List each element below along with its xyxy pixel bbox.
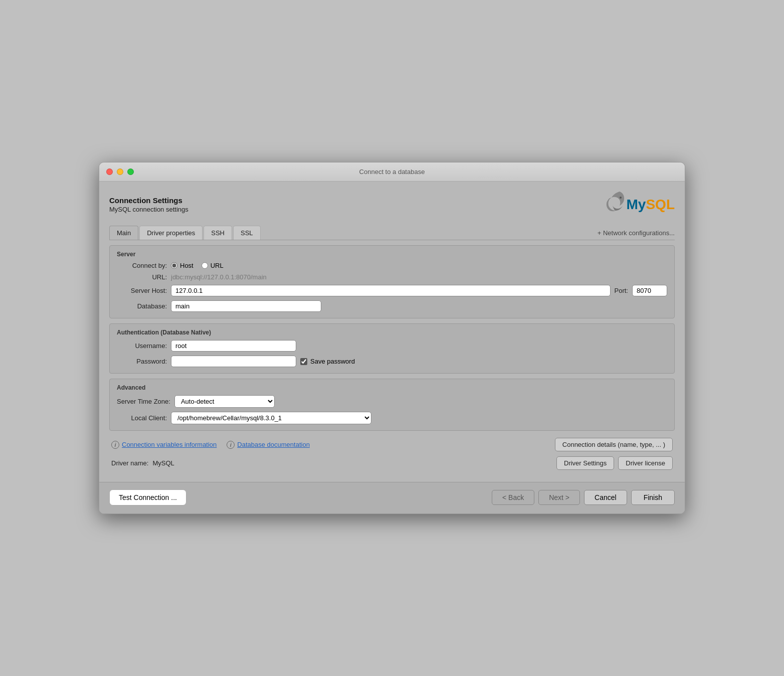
database-input[interactable] (171, 300, 321, 312)
driver-buttons: Driver Settings Driver license (556, 456, 673, 470)
maximize-button[interactable] (127, 168, 134, 175)
password-label: Password: (117, 358, 167, 365)
password-input[interactable] (171, 356, 296, 367)
port-label: Port: (615, 287, 628, 294)
tab-driver-properties[interactable]: Driver properties (139, 226, 203, 240)
server-section-title: Server (117, 251, 667, 258)
window-controls (106, 168, 134, 175)
url-radio-label: URL (211, 262, 224, 269)
header-left: Connection Settings MySQL connection set… (109, 196, 188, 213)
footer-links: i Connection variables information i Dat… (109, 438, 675, 451)
local-client-label: Local Client: (117, 414, 167, 422)
connect-by-label: Connect by: (117, 262, 167, 269)
window-content: Connection Settings MySQL connection set… (99, 182, 685, 482)
timezone-row: Server Time Zone: Auto-detect UTC US/Eas… (117, 395, 667, 408)
main-panel: Server Connect by: Host URL (109, 240, 675, 482)
svg-point-0 (620, 197, 622, 199)
url-value: jdbc:mysql://127.0.0.1:8070/main (171, 273, 267, 281)
local-client-select[interactable]: /opt/homebrew/Cellar/mysql/8.3.0_1 (171, 412, 371, 424)
username-row: Username: (117, 340, 667, 352)
local-client-row: Local Client: /opt/homebrew/Cellar/mysql… (117, 412, 667, 424)
network-configurations-link[interactable]: + Network configurations... (598, 229, 675, 240)
minimize-button[interactable] (117, 168, 123, 175)
test-connection-button[interactable]: Test Connection ... (109, 489, 186, 505)
auth-section: Authentication (Database Native) Usernam… (109, 323, 675, 374)
auth-section-title: Authentication (Database Native) (117, 329, 667, 336)
port-input[interactable] (632, 285, 667, 296)
username-input[interactable] (171, 340, 296, 352)
connect-by-radio-group: Host URL (171, 262, 224, 269)
back-button[interactable]: < Back (492, 490, 534, 505)
driver-settings-button[interactable]: Driver Settings (556, 456, 614, 470)
host-radio[interactable] (171, 262, 177, 269)
cancel-button[interactable]: Cancel (584, 490, 627, 505)
connection-vars-info-icon: i (111, 441, 119, 449)
main-window: Connect to a database Connection Setting… (99, 162, 685, 514)
driver-row: Driver name: MySQL Driver Settings Drive… (109, 456, 675, 470)
mysql-blue-text: My (627, 197, 646, 212)
database-label: Database: (117, 302, 167, 310)
finish-button[interactable]: Finish (631, 490, 675, 505)
db-docs-link[interactable]: Database documentation (237, 441, 310, 448)
tab-ssh[interactable]: SSH (204, 226, 232, 240)
driver-name-label: Driver name: (111, 459, 148, 467)
mysql-logo: MySQL (602, 190, 675, 220)
timezone-select[interactable]: Auto-detect UTC US/Eastern US/Pacific (174, 395, 275, 408)
advanced-section: Advanced Server Time Zone: Auto-detect U… (109, 379, 675, 431)
tabs-left: Main Driver properties SSH SSL (109, 226, 261, 240)
host-radio-option[interactable]: Host (171, 262, 193, 269)
driver-name-section: Driver name: MySQL (111, 459, 174, 467)
connection-settings-subtitle: MySQL connection settings (109, 206, 188, 213)
server-host-label: Server Host: (117, 287, 167, 294)
mysql-orange-text: SQL (646, 197, 675, 212)
connection-details-button[interactable]: Connection details (name, type, ... ) (555, 438, 673, 451)
db-docs-link-item: i Database documentation (227, 441, 310, 449)
url-radio-option[interactable]: URL (202, 262, 224, 269)
mysql-logo-text: MySQL (627, 197, 675, 213)
host-port-group: Port: (171, 285, 667, 296)
connection-settings-title: Connection Settings (109, 196, 188, 205)
tab-main[interactable]: Main (109, 226, 138, 240)
window-title: Connect to a database (359, 168, 425, 176)
save-password-group: Save password (300, 358, 355, 365)
url-label: URL: (117, 273, 167, 281)
header: Connection Settings MySQL connection set… (109, 190, 675, 220)
server-host-input[interactable] (171, 285, 611, 296)
driver-license-button[interactable]: Driver license (618, 456, 673, 470)
connection-vars-link-item: i Connection variables information (111, 441, 217, 449)
connect-by-row: Connect by: Host URL (117, 262, 667, 269)
url-radio[interactable] (202, 262, 208, 269)
host-radio-label: Host (180, 262, 193, 269)
url-row: URL: jdbc:mysql://127.0.0.1:8070/main (117, 273, 667, 281)
advanced-section-title: Advanced (117, 384, 667, 391)
server-host-row: Server Host: Port: (117, 285, 667, 296)
bottom-right: < Back Next > Cancel Finish (492, 490, 675, 505)
save-password-checkbox[interactable] (300, 358, 307, 365)
username-label: Username: (117, 342, 167, 350)
database-row: Database: (117, 300, 667, 312)
next-button[interactable]: Next > (538, 490, 580, 505)
tabs-bar: Main Driver properties SSH SSL + Network… (109, 226, 675, 240)
driver-name-value: MySQL (152, 459, 174, 467)
tab-ssl[interactable]: SSL (233, 226, 261, 240)
save-password-label: Save password (310, 358, 355, 365)
connection-vars-link[interactable]: Connection variables information (122, 441, 217, 448)
password-row: Password: Save password (117, 356, 667, 367)
bottom-left: Test Connection ... (109, 489, 186, 505)
server-section: Server Connect by: Host URL (109, 245, 675, 318)
timezone-label: Server Time Zone: (117, 398, 170, 405)
db-docs-info-icon: i (227, 441, 235, 449)
dolphin-icon (602, 190, 626, 220)
bottom-bar: Test Connection ... < Back Next > Cancel… (99, 482, 685, 514)
close-button[interactable] (106, 168, 113, 175)
title-bar: Connect to a database (99, 162, 685, 182)
